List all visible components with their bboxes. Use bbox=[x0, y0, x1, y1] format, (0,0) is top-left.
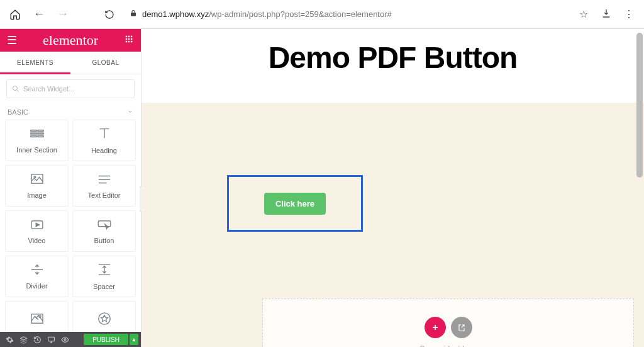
svg-rect-6 bbox=[126, 41, 127, 42]
tab-elements[interactable]: ELEMENTS bbox=[0, 52, 70, 74]
widget-spacer[interactable]: Spacer bbox=[72, 256, 136, 297]
publish-button[interactable]: PUBLISH bbox=[84, 334, 128, 345]
widget-divider[interactable]: Divider bbox=[5, 256, 69, 297]
add-section-button[interactable] bbox=[425, 317, 446, 338]
hamburger-icon[interactable]: ☰ bbox=[5, 33, 19, 47]
browser-actions: ☆ ⋮ bbox=[575, 8, 638, 21]
svg-rect-0 bbox=[126, 36, 127, 37]
svg-rect-2 bbox=[131, 36, 132, 37]
heading-icon bbox=[97, 127, 111, 143]
home-button[interactable] bbox=[6, 6, 24, 23]
svg-rect-14 bbox=[37, 133, 43, 134]
back-button[interactable]: ← bbox=[30, 6, 48, 23]
settings-icon[interactable] bbox=[3, 332, 16, 347]
svg-rect-12 bbox=[30, 135, 36, 137]
category-label: BASIC bbox=[8, 108, 28, 116]
widget-label: Spacer bbox=[93, 283, 115, 290]
search-placeholder: Search Widget... bbox=[23, 85, 74, 93]
panel-header: ☰ elementor bbox=[0, 29, 141, 52]
apps-icon[interactable] bbox=[122, 35, 136, 46]
widget-label: Inner Section bbox=[16, 146, 57, 154]
map-icon bbox=[30, 313, 44, 327]
spacer-icon bbox=[97, 263, 111, 279]
svg-rect-13 bbox=[37, 130, 43, 131]
add-template-button[interactable] bbox=[451, 317, 472, 338]
image-icon bbox=[30, 173, 44, 188]
lock-icon bbox=[130, 9, 137, 19]
url-path: /wp-admin/post.php?post=259&action=eleme… bbox=[209, 9, 392, 19]
scrollbar[interactable] bbox=[635, 29, 644, 347]
elementor-panel: ☰ elementor ELEMENTS GLOBAL Search Widge… bbox=[0, 29, 142, 347]
star-circle-icon bbox=[97, 312, 111, 329]
app-body: ☰ elementor ELEMENTS GLOBAL Search Widge… bbox=[0, 29, 644, 347]
widget-grid: Inner Section Heading Image Text Editor … bbox=[0, 120, 141, 343]
category-basic[interactable]: BASIC bbox=[0, 103, 141, 120]
browser-toolbar: ← → demo1.wphow.xyz/wp-admin/post.php?po… bbox=[0, 0, 644, 29]
svg-point-24 bbox=[64, 338, 65, 340]
widget-label: Heading bbox=[91, 147, 117, 154]
widget-label: Video bbox=[28, 237, 46, 244]
url-bar[interactable]: demo1.wphow.xyz/wp-admin/post.php?post=2… bbox=[125, 9, 569, 19]
widget-image[interactable]: Image bbox=[5, 165, 69, 207]
preview-icon[interactable] bbox=[58, 332, 72, 347]
star-icon[interactable]: ☆ bbox=[575, 8, 592, 20]
drop-text: Drag widget here bbox=[419, 344, 477, 347]
navigator-icon[interactable] bbox=[16, 332, 30, 347]
widget-label: Text Editor bbox=[88, 191, 121, 199]
columns-icon bbox=[30, 128, 44, 142]
svg-rect-4 bbox=[128, 38, 130, 40]
download-icon[interactable] bbox=[597, 8, 615, 21]
reload-button[interactable] bbox=[101, 6, 118, 23]
button-icon bbox=[97, 219, 112, 233]
svg-rect-1 bbox=[128, 36, 130, 37]
svg-rect-11 bbox=[30, 133, 36, 134]
svg-rect-5 bbox=[131, 38, 132, 40]
video-icon bbox=[30, 219, 44, 233]
svg-point-9 bbox=[13, 86, 18, 91]
drop-area[interactable]: Drag widget here bbox=[262, 299, 634, 347]
editor-canvas: Demo PDF Button Click here Drag widget h… bbox=[142, 29, 644, 347]
svg-rect-8 bbox=[131, 41, 132, 42]
text-editor-icon bbox=[97, 173, 111, 188]
history-icon[interactable] bbox=[30, 332, 44, 347]
forward-button: → bbox=[54, 6, 72, 23]
widget-text-editor[interactable]: Text Editor bbox=[72, 165, 136, 207]
svg-rect-10 bbox=[30, 130, 36, 131]
selected-button-widget[interactable]: Click here bbox=[227, 175, 363, 232]
url-domain: demo1.wphow.xyz bbox=[142, 9, 209, 19]
responsive-icon[interactable] bbox=[44, 332, 58, 347]
widget-inner-section[interactable]: Inner Section bbox=[5, 120, 69, 161]
widget-heading[interactable]: Heading bbox=[72, 120, 136, 161]
kebab-menu-icon[interactable]: ⋮ bbox=[620, 8, 638, 20]
demo-button[interactable]: Click here bbox=[264, 193, 326, 215]
chevron-down-icon bbox=[127, 108, 133, 116]
divider-icon bbox=[30, 264, 44, 278]
widget-button[interactable]: Button bbox=[72, 210, 136, 252]
svg-rect-15 bbox=[37, 135, 43, 137]
search-input[interactable]: Search Widget... bbox=[6, 79, 135, 98]
widget-label: Divider bbox=[26, 282, 47, 290]
widget-label: Image bbox=[27, 191, 47, 199]
svg-point-17 bbox=[34, 176, 36, 178]
panel-tabs: ELEMENTS GLOBAL bbox=[0, 52, 141, 74]
widget-video[interactable]: Video bbox=[5, 210, 69, 252]
panel-footer: PUBLISH ▲ bbox=[0, 332, 141, 347]
search-icon bbox=[12, 85, 19, 93]
svg-rect-23 bbox=[48, 337, 54, 341]
publish-dropdown[interactable]: ▲ bbox=[130, 334, 138, 345]
scrollbar-thumb[interactable] bbox=[636, 33, 643, 178]
widget-label: Button bbox=[94, 237, 114, 244]
page-header: Demo PDF Button bbox=[142, 29, 644, 103]
brand-logo: elementor bbox=[43, 32, 98, 48]
svg-rect-3 bbox=[126, 38, 127, 40]
tab-global[interactable]: GLOBAL bbox=[70, 52, 141, 74]
svg-point-21 bbox=[38, 315, 41, 317]
page-title: Demo PDF Button bbox=[142, 40, 644, 75]
svg-rect-7 bbox=[128, 41, 130, 42]
